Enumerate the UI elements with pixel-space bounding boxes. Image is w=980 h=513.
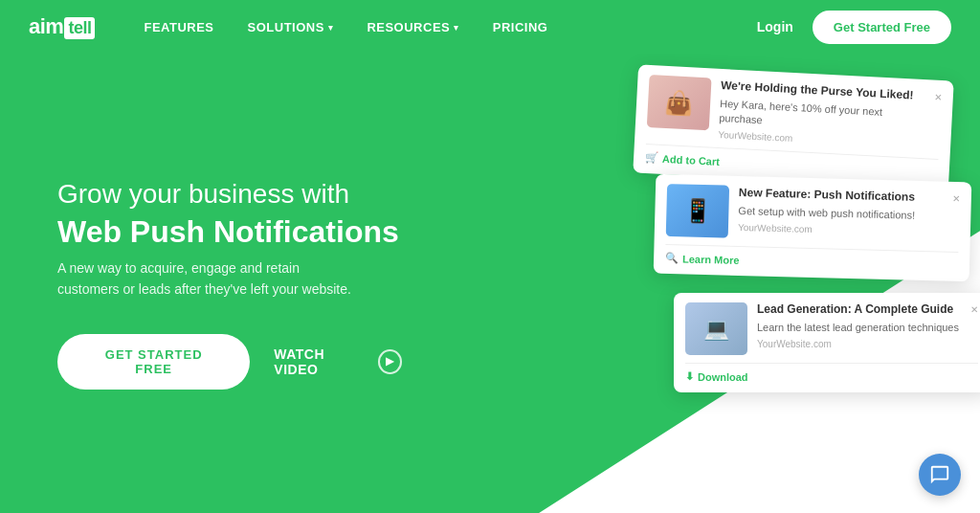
card-1-action[interactable]: 🛒 Add to Cart	[645, 151, 720, 167]
card-2-desc: Get setup with web push notifications!	[738, 204, 942, 224]
card-2-close-icon[interactable]: ✕	[952, 193, 960, 204]
solutions-caret-icon: ▾	[328, 23, 334, 33]
search-icon: 🔍	[665, 252, 679, 264]
card-1-close-icon[interactable]: ✕	[934, 92, 943, 102]
resources-caret-icon: ▾	[454, 23, 459, 33]
hero-subtext: A new way to acquire, engage and retain …	[57, 257, 364, 301]
cta-primary-button[interactable]: GET STARTED FREE	[57, 334, 250, 390]
card-3-url: YourWebsite.com	[757, 339, 961, 349]
card-2-url: YourWebsite.com	[738, 222, 942, 238]
card-2-body: New Feature: Push Notifications Get setu…	[738, 186, 943, 238]
card-2-title: New Feature: Push Notifications	[739, 186, 943, 206]
logo-text: aimtell	[29, 14, 96, 39]
nav-item-features[interactable]: FEATURES	[144, 20, 213, 34]
cta-row: GET STARTED FREE WATCH VIDEO ▶	[57, 334, 402, 390]
logo-box: tell	[64, 17, 95, 39]
card-3-thumbnail: 💻	[685, 302, 747, 355]
cta-secondary-button[interactable]: WATCH VIDEO ▶	[274, 346, 402, 377]
card-3-body: Lead Generation: A Complete Guide Learn …	[757, 302, 961, 349]
hero-section: Grow your business with Web Push Notific…	[0, 54, 459, 513]
card-1-body: We're Holding the Purse You Liked! Hey K…	[718, 78, 924, 150]
download-icon: ⬇	[685, 370, 694, 383]
nav-item-resources[interactable]: RESOURCES ▾	[367, 20, 458, 34]
notification-card-2: 📱 New Feature: Push Notifications Get se…	[654, 174, 972, 282]
card-3-action[interactable]: ⬇ Download	[685, 370, 748, 383]
header-get-started-button[interactable]: Get Started Free	[813, 11, 951, 44]
card-2-header: 📱 New Feature: Push Notifications Get se…	[666, 184, 960, 244]
notification-card-1: 👜 We're Holding the Purse You Liked! Hey…	[633, 64, 953, 189]
card-1-thumbnail: 👜	[647, 75, 712, 130]
card-3-title: Lead Generation: A Complete Guide	[757, 302, 961, 318]
notifications-area: 👜 We're Holding the Purse You Liked! Hey…	[444, 54, 980, 513]
hero-headline: Grow your business with Web Push Notific…	[57, 177, 402, 252]
card-2-action[interactable]: 🔍 Learn More	[665, 252, 740, 266]
chat-bubble-button[interactable]	[919, 454, 961, 496]
nav-item-solutions[interactable]: SOLUTIONS ▾	[248, 20, 334, 34]
login-button[interactable]: Login	[757, 19, 793, 34]
cart-icon: 🛒	[645, 151, 659, 165]
card-2-footer: 🔍 Learn More	[665, 244, 958, 272]
card-3-header: 💻 Lead Generation: A Complete Guide Lear…	[685, 302, 978, 355]
card-3-footer: ⬇ Download	[685, 363, 978, 383]
logo[interactable]: aimtell	[29, 14, 96, 39]
card-3-close-icon[interactable]: ✕	[970, 304, 978, 315]
card-2-thumbnail: 📱	[666, 184, 729, 238]
card-3-desc: Learn the latest lead generation techniq…	[757, 321, 961, 335]
main-nav: FEATURES SOLUTIONS ▾ RESOURCES ▾ PRICING	[144, 20, 756, 34]
nav-item-pricing[interactable]: PRICING	[493, 20, 548, 34]
play-icon: ▶	[378, 349, 402, 374]
header: aimtell FEATURES SOLUTIONS ▾ RESOURCES ▾…	[0, 0, 980, 54]
header-right: Login Get Started Free	[757, 11, 951, 44]
card-1-header: 👜 We're Holding the Purse You Liked! Hey…	[646, 75, 942, 151]
notification-card-3: 💻 Lead Generation: A Complete Guide Lear…	[674, 293, 980, 392]
chat-icon	[929, 464, 950, 485]
